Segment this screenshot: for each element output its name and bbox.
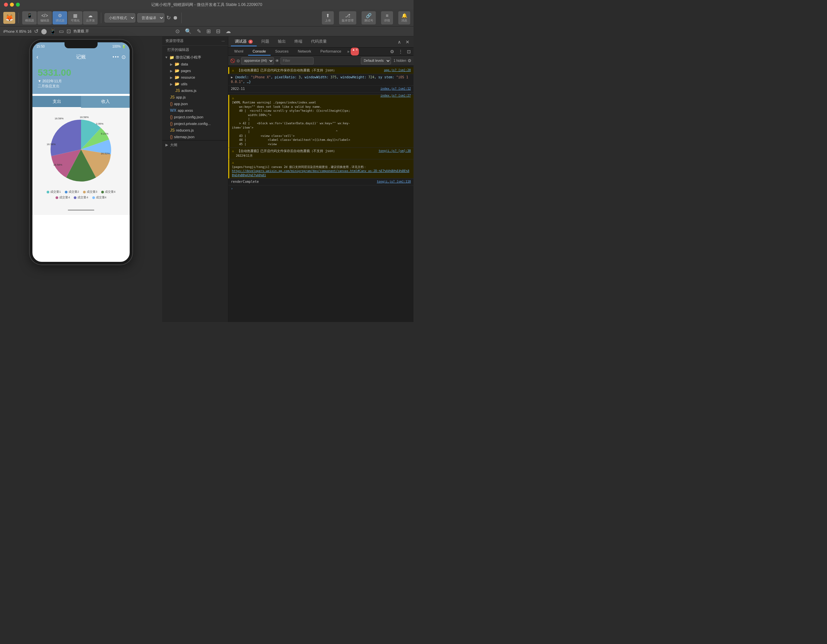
tab-quality[interactable]: 代码质量 bbox=[307, 37, 331, 46]
phone-notch bbox=[64, 42, 98, 48]
subtitle: 二月份总支出 bbox=[38, 84, 124, 89]
entry-link-3[interactable]: index.js? [sm]:12 bbox=[381, 87, 411, 91]
tree-item-data[interactable]: ▶ 📂 data bbox=[162, 61, 228, 67]
tree-root[interactable]: ▼ 📁 微信记账小程序 bbox=[162, 54, 228, 61]
tree-item-projectconfig[interactable]: {} project.config.json bbox=[162, 114, 228, 120]
settings-button[interactable]: ⚙ bbox=[389, 48, 396, 55]
levels-select[interactable]: Default levels bbox=[361, 57, 391, 64]
debugger-button[interactable]: ⚙ 调试器 bbox=[53, 11, 67, 25]
tab-income[interactable]: 收入 bbox=[81, 96, 130, 108]
phone-frame: 15:50 100% 🔋 ‹ 记账 ••• ⊙ 5331.00 bbox=[30, 40, 132, 264]
entry-link-1[interactable]: app.js? [sm]:20 bbox=[384, 68, 411, 72]
detail-button[interactable]: ≡ 详情 bbox=[381, 11, 393, 25]
clear-console-button[interactable]: 🚫 bbox=[230, 59, 235, 63]
maximize-button[interactable] bbox=[16, 3, 20, 6]
tree-item-sitemap[interactable]: {} sitemap.json bbox=[162, 134, 228, 140]
more-tabs-button[interactable]: » bbox=[346, 48, 351, 56]
tab-terminal[interactable]: 终端 bbox=[290, 37, 306, 46]
test-button[interactable]: 🔗 测试号 bbox=[362, 11, 376, 25]
tree-item-appjs[interactable]: JS app.js bbox=[162, 94, 228, 101]
legend-label-4: 成交量4 bbox=[105, 190, 115, 194]
folder-resource-icon: 📂 bbox=[175, 75, 179, 80]
phone-area: 15:50 100% 🔋 ‹ 记账 ••• ⊙ 5331.00 bbox=[0, 36, 162, 322]
entry-link-8[interactable]: tongji.js? [sm]:110 bbox=[377, 179, 411, 184]
more-button[interactable]: ••• bbox=[112, 54, 119, 59]
entry-link-4[interactable]: index.js? [sm]:27 bbox=[381, 93, 411, 98]
error-badge: ▲ 4 bbox=[351, 48, 359, 56]
subtool-btn4[interactable]: ⊞ bbox=[206, 28, 211, 34]
dot-button[interactable]: ⬤ bbox=[41, 28, 48, 34]
panel-tab-network[interactable]: Network bbox=[293, 48, 315, 56]
record-button[interactable]: ⏺ bbox=[173, 15, 178, 21]
console-gear-button[interactable]: ⚙ bbox=[407, 58, 412, 63]
filter-input[interactable] bbox=[281, 57, 314, 64]
tree-item-utils[interactable]: ▶ 📂 utils bbox=[162, 81, 228, 87]
console-prompt[interactable]: › bbox=[228, 185, 414, 192]
legend-item-4: 成交量4 bbox=[101, 190, 115, 194]
panel-expand-button[interactable]: ⊡ bbox=[406, 48, 412, 55]
legend-item-3: 成交量3 bbox=[83, 190, 97, 194]
subtool-btn2[interactable]: 🔍 bbox=[184, 28, 192, 34]
tree-item-resource[interactable]: ▶ 📂 resource bbox=[162, 74, 228, 81]
minimize-button[interactable] bbox=[10, 3, 14, 6]
subtool-btn5[interactable]: ⊟ bbox=[215, 28, 221, 34]
open-editor-label: 打开的编辑器 bbox=[167, 48, 189, 51]
entry-arrow-2: ▶ bbox=[231, 75, 233, 79]
legend-dot-3 bbox=[83, 191, 86, 193]
cloud-button[interactable]: ☁ 云开发 bbox=[83, 11, 98, 25]
separator2 bbox=[101, 12, 101, 23]
visual-button[interactable]: ▦ 可视化 bbox=[68, 11, 83, 25]
tab-output[interactable]: 输出 bbox=[274, 37, 290, 46]
filetree-more-icon[interactable]: ··· bbox=[222, 39, 225, 43]
tree-item-appwxss[interactable]: WX app.wxss bbox=[162, 107, 228, 114]
tab-expense[interactable]: 支出 bbox=[33, 96, 81, 108]
console-entry-1: ⚠ app.js? [sm]:20 【自动热重载】已开启代码文件保存后自动热重载… bbox=[228, 67, 414, 74]
mode-select[interactable]: 小程序模式 bbox=[105, 13, 135, 22]
panel-tab-performance[interactable]: Performance bbox=[316, 48, 346, 56]
bell-icon: 🔔 bbox=[402, 13, 407, 18]
phone-status-right: 100% 🔋 bbox=[112, 45, 126, 48]
panel-tab-console[interactable]: Console bbox=[248, 48, 271, 56]
tree-item-reducers[interactable]: JS reducers.js bbox=[162, 127, 228, 134]
close-devtools-button[interactable]: ✕ bbox=[404, 39, 411, 45]
subtool-btn1[interactable]: ⊙ bbox=[175, 28, 180, 34]
panel-tab-wxml[interactable]: Wxml bbox=[229, 48, 248, 56]
simulator-button[interactable]: 📱 模拟器 bbox=[22, 11, 37, 25]
home-button[interactable]: ⊙ bbox=[122, 54, 126, 60]
tablet-button[interactable]: ▭ bbox=[58, 28, 64, 34]
context-select[interactable]: appservice (#4) bbox=[241, 57, 274, 64]
tab-debugger[interactable]: 调试器 4 bbox=[231, 37, 257, 46]
open-editor-item[interactable]: 打开的编辑器 bbox=[162, 46, 228, 54]
version-button[interactable]: ⎇ 版本管理 bbox=[339, 11, 356, 25]
tree-item-projectprivate[interactable]: {} project.private.config... bbox=[162, 120, 228, 127]
viewport-button[interactable]: ⊡ bbox=[66, 28, 72, 34]
subtool-btn6[interactable]: ☁ bbox=[225, 28, 232, 34]
tree-item-pages[interactable]: ▶ 📂 pages bbox=[162, 67, 228, 74]
refresh-button[interactable]: ↻ bbox=[166, 14, 171, 21]
eye-button[interactable]: 👁 bbox=[275, 59, 279, 63]
compile-select[interactable]: 普通编译 bbox=[137, 13, 164, 22]
arrow-utils: ▶ bbox=[170, 82, 173, 86]
message-button[interactable]: 🔔 消息 bbox=[398, 11, 410, 25]
phone-button[interactable]: 📱 bbox=[49, 28, 57, 34]
subtool-btn3[interactable]: ✎ bbox=[196, 28, 202, 34]
console-toggle-button[interactable]: ⊙ bbox=[237, 59, 240, 63]
console-entry-5: ⚠ [WXML Runtime warning] ./pages/index/i… bbox=[228, 95, 414, 148]
rotate-button[interactable]: ↺ bbox=[33, 28, 39, 34]
folder-pages-icon: 📂 bbox=[175, 68, 179, 73]
tab-issues[interactable]: 问题 bbox=[257, 37, 273, 46]
canvas-link[interactable]: https://developers.weixin.qq.com/minipro… bbox=[232, 169, 409, 177]
editor-button[interactable]: </> 编辑器 bbox=[37, 11, 52, 25]
back-button[interactable]: ‹ bbox=[36, 54, 38, 61]
upload-button[interactable]: ⬆ 上传 bbox=[322, 11, 334, 25]
entry-link-6[interactable]: tongji.js? [sm]:38 bbox=[378, 149, 411, 153]
collapse-button[interactable]: ∧ bbox=[396, 39, 402, 45]
tree-item-appjson[interactable]: {} app.json bbox=[162, 101, 228, 107]
close-button[interactable] bbox=[4, 3, 8, 6]
tree-item-actions[interactable]: JS actions.js bbox=[162, 87, 228, 94]
devtools-area: 调试器 4 问题 输出 终端 代码质量 ∧ ✕ Wxml Console Sou… bbox=[228, 36, 414, 322]
main-tools: 📱 模拟器 </> 编辑器 ⚙ 调试器 ▦ 可视化 ☁ 云开发 bbox=[22, 11, 98, 25]
panel-more-button[interactable]: ⋮ bbox=[397, 48, 404, 55]
panel-tab-sources[interactable]: Sources bbox=[271, 48, 293, 56]
console-output[interactable]: ⚠ app.js? [sm]:20 【自动热重载】已开启代码文件保存后自动热重载… bbox=[228, 66, 414, 322]
